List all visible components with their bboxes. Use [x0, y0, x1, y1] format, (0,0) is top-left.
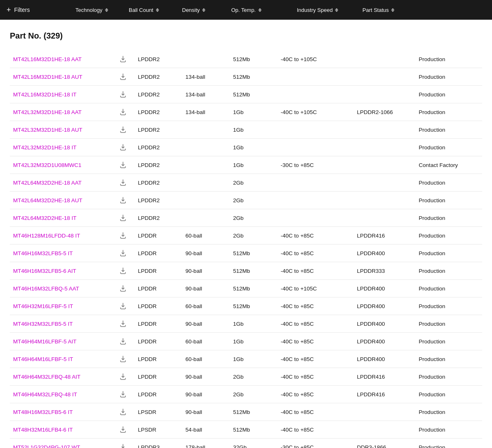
download-button[interactable]	[118, 231, 128, 240]
download-button[interactable]	[118, 425, 128, 434]
parts-table: MT42L16M32D1HE-18 AAT LPDDR2 512Mb -40C …	[10, 50, 482, 448]
cell-download	[114, 227, 134, 245]
download-button[interactable]	[118, 90, 128, 99]
cell-ballcount: 90-ball	[182, 262, 230, 280]
part-link[interactable]: MT46H16M32LFBQ-5 AAT	[13, 286, 79, 292]
table-row: MT42L32M32D1HE-18 IT LPDDR2 1Gb Producti…	[10, 139, 482, 156]
part-link[interactable]: MT42L16M32D1HE-18 IT	[13, 91, 77, 98]
part-link[interactable]: MT42L16M32D1HE-18 AUT	[13, 74, 82, 80]
cell-partstatus: Production	[415, 227, 482, 245]
part-link[interactable]: MT46H64M32LFBQ-48 IT	[13, 391, 77, 398]
part-link[interactable]: MT52L1G32D4PG-107 WT	[13, 444, 80, 448]
cell-download	[114, 421, 134, 439]
part-link[interactable]: MT42L32M32D1HE-18 AAT	[13, 109, 82, 115]
col-technology-label: Technology	[75, 7, 102, 13]
col-header-ballcount[interactable]: Ball Count	[125, 7, 179, 13]
cell-partstatus: Production	[415, 139, 482, 156]
col-header-inspeed[interactable]: Industry Speed	[294, 7, 359, 13]
download-button[interactable]	[118, 125, 128, 134]
download-icon	[119, 355, 127, 363]
part-link[interactable]: MT46H64M16LFBF-5 IT	[13, 356, 73, 362]
part-link[interactable]: MT48H32M16LFB4-6 IT	[13, 427, 73, 433]
download-button[interactable]	[118, 196, 128, 205]
filters-button[interactable]: + Filters	[7, 6, 72, 14]
cell-density: 2Gb	[230, 192, 277, 209]
part-link[interactable]: MT42L32M32D1U08MWC1	[13, 162, 82, 168]
download-button[interactable]	[118, 249, 128, 258]
cell-technology: LPDDR	[134, 315, 182, 333]
cell-density: 1Gb	[230, 315, 277, 333]
cell-optemp: -40C to +85C	[278, 386, 354, 403]
part-link[interactable]: MT42L16M32D1HE-18 AAT	[13, 56, 82, 62]
download-button[interactable]	[118, 302, 128, 311]
part-link[interactable]: MT46H128M16LFDD-48 IT	[13, 233, 80, 239]
download-icon	[119, 91, 127, 98]
download-button[interactable]	[118, 284, 128, 293]
cell-ballcount: 90-ball	[182, 315, 230, 333]
cell-partno: MT46H64M16LFBF-5 AIT	[10, 333, 114, 350]
col-header-technology[interactable]: Technology	[72, 7, 125, 13]
table-row: MT42L32M32D1HE-18 AUT LPDDR2 1Gb Product…	[10, 121, 482, 139]
cell-inspeed	[353, 192, 415, 209]
table-row: MT46H64M32LFBQ-48 AIT LPDDR 90-ball 2Gb …	[10, 368, 482, 386]
download-button[interactable]	[118, 319, 128, 328]
col-header-partstatus[interactable]: Part Status	[359, 7, 425, 13]
cell-optemp	[278, 86, 354, 103]
part-link[interactable]: MT42L32M32D1HE-18 AUT	[13, 127, 82, 133]
table-row: MT46H16M32LFB5-5 IT LPDDR 90-ball 512Mb …	[10, 245, 482, 262]
cell-technology: LPDDR2	[134, 174, 182, 192]
col-header-optemp[interactable]: Op. Temp.	[228, 7, 294, 13]
part-link[interactable]: MT46H16M32LFB5-6 AIT	[13, 268, 76, 274]
cell-technology: LPDDR3	[134, 439, 182, 448]
download-button[interactable]	[118, 178, 128, 187]
sort-icon-density	[202, 8, 205, 12]
download-button[interactable]	[118, 266, 128, 275]
cell-partstatus: Production	[415, 262, 482, 280]
cell-technology: LPDDR2	[134, 121, 182, 139]
part-link[interactable]: MT42L64M32D2HE-18 AAT	[13, 180, 82, 186]
cell-ballcount: 54-ball	[182, 421, 230, 439]
cell-ballcount: 134-ball	[182, 103, 230, 121]
download-button[interactable]	[118, 390, 128, 399]
download-button[interactable]	[118, 143, 128, 152]
download-button[interactable]	[118, 407, 128, 416]
download-button[interactable]	[118, 160, 128, 169]
download-button[interactable]	[118, 354, 128, 363]
download-button[interactable]	[118, 337, 128, 346]
cell-optemp: -40C to +85C	[278, 297, 354, 315]
cell-partno: MT42L16M32D1HE-18 AUT	[10, 68, 114, 86]
cell-partno: MT46H64M16LFBF-5 IT	[10, 350, 114, 368]
part-link[interactable]: MT42L64M32D2HE-18 AUT	[13, 197, 82, 203]
download-button[interactable]	[118, 72, 128, 81]
cell-technology: LPDDR2	[134, 192, 182, 209]
download-button[interactable]	[118, 55, 128, 64]
cell-inspeed	[353, 139, 415, 156]
part-link[interactable]: MT42L32M32D1HE-18 IT	[13, 144, 77, 151]
col-header-density[interactable]: Density	[179, 7, 228, 13]
download-button[interactable]	[118, 107, 128, 117]
cell-inspeed: LPDDR400	[353, 315, 415, 333]
part-link[interactable]: MT42L64M32D2HE-18 IT	[13, 215, 77, 221]
cell-partstatus: Production	[415, 209, 482, 227]
cell-inspeed: LPDDR400	[353, 350, 415, 368]
download-button[interactable]	[118, 213, 128, 222]
part-link[interactable]: MT46H32M16LFBF-5 IT	[13, 303, 73, 309]
part-link[interactable]: MT48H16M32LFB5-6 IT	[13, 409, 73, 415]
part-link[interactable]: MT46H16M32LFB5-5 IT	[13, 250, 73, 256]
cell-density: 1Gb	[230, 333, 277, 350]
page-title: Part No. (329)	[10, 31, 482, 41]
part-link[interactable]: MT46H32M32LFB5-5 IT	[13, 321, 73, 327]
download-button[interactable]	[118, 372, 128, 381]
cell-partno: MT42L16M32D1HE-18 IT	[10, 86, 114, 103]
cell-download	[114, 86, 134, 103]
cell-technology: LPDDR2	[134, 139, 182, 156]
cell-optemp	[278, 174, 354, 192]
part-link[interactable]: MT46H64M32LFBQ-48 AIT	[13, 374, 80, 380]
cell-partstatus: Contact Factory	[415, 156, 482, 174]
cell-density: 512Mb	[230, 245, 277, 262]
download-button[interactable]	[118, 443, 128, 448]
part-link[interactable]: MT46H64M16LFBF-5 AIT	[13, 338, 77, 345]
cell-partstatus: Production	[415, 333, 482, 350]
cell-partstatus: Production	[415, 50, 482, 68]
cell-ballcount: 90-ball	[182, 386, 230, 403]
